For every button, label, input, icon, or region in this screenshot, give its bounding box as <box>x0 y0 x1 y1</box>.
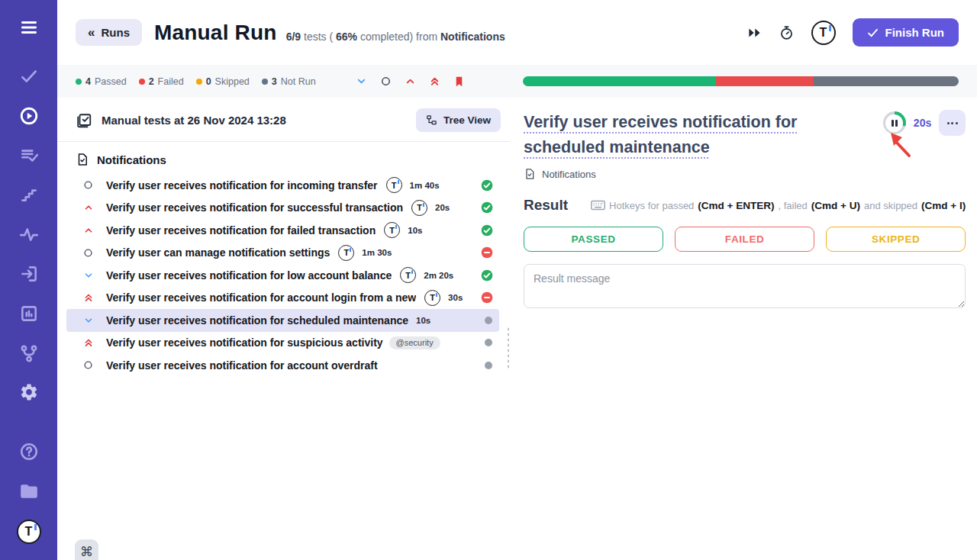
test-duration: 1m 30s <box>362 248 392 257</box>
automated-badge-icon: T <box>384 222 400 238</box>
result-passed-icon <box>481 179 493 191</box>
status-bar: 4Passed 2Failed 0Skipped 3Not Run <box>57 65 977 98</box>
result-message-input[interactable] <box>524 264 966 308</box>
test-row[interactable]: Verify user receives notification for sc… <box>66 309 499 332</box>
pause-timer-button[interactable] <box>883 111 906 134</box>
finish-run-label: Finish Run <box>885 26 945 39</box>
back-to-runs-button[interactable]: « Runs <box>76 19 142 46</box>
automated-badge-icon: T <box>338 245 354 261</box>
settings-gear-icon[interactable] <box>18 381 40 403</box>
main-area: « Runs Manual Run 6/9 tests ( 66% comple… <box>57 0 977 560</box>
passed-button[interactable]: PASSED <box>524 227 663 252</box>
sidebar: T <box>0 0 57 560</box>
run-progress-summary: 6/9 tests ( 66% completed) from Notifica… <box>286 31 505 43</box>
filter-bookmark-icon[interactable] <box>453 76 465 88</box>
folder-icon[interactable] <box>18 481 40 502</box>
priority-highest-icon <box>82 337 94 348</box>
test-duration: 1m 40s <box>410 181 440 190</box>
progress-failed <box>716 76 813 86</box>
test-row[interactable]: Verify user receives notification for in… <box>66 174 499 197</box>
result-notrun-icon <box>484 361 493 370</box>
passed-dot-icon <box>76 79 82 85</box>
test-title: Verify user receives notification for ac… <box>106 359 378 372</box>
test-title: Verify user receives notification for su… <box>106 201 403 214</box>
test-list: Verify user receives notification for in… <box>57 172 510 377</box>
failed-button[interactable]: FAILED <box>675 227 814 252</box>
progress-notrun <box>814 76 959 86</box>
skipped-button[interactable]: SKIPPED <box>826 227 966 252</box>
filter-priority-high-icon[interactable] <box>405 76 416 87</box>
more-options-button[interactable] <box>939 110 966 136</box>
test-duration: 20s <box>435 203 450 212</box>
automated-badge-icon: T <box>386 177 402 193</box>
keyboard-icon <box>591 200 605 211</box>
tests-check-icon[interactable] <box>18 66 40 87</box>
test-title: Verify user receives notification for su… <box>106 336 383 349</box>
test-row[interactable]: Verify user receives notification for su… <box>66 197 499 220</box>
test-row[interactable]: Verify user receives notification for ac… <box>66 354 499 377</box>
test-detail-panel: Verify user receives notification for sc… <box>510 98 977 560</box>
steps-icon[interactable] <box>18 184 40 205</box>
run-session-title: Manual tests at 26 Nov 2024 13:28 <box>102 114 286 127</box>
filter-priority-low-icon[interactable] <box>356 76 367 87</box>
result-passed-icon <box>481 224 493 237</box>
automated-badge-icon: T <box>424 290 440 306</box>
fast-forward-icon[interactable] <box>747 27 762 39</box>
help-icon[interactable] <box>18 441 40 462</box>
filter-priority-highest-icon[interactable] <box>429 76 440 87</box>
analytics-icon[interactable] <box>18 303 40 324</box>
test-duration: 10s <box>408 226 422 235</box>
test-title: Verify user receives notification for fa… <box>106 224 376 237</box>
suite-name: Notifications <box>97 153 166 166</box>
tree-view-label: Tree View <box>443 114 491 126</box>
finish-run-button[interactable]: Finish Run <box>853 18 959 47</box>
tree-icon <box>426 114 437 126</box>
check-icon <box>867 28 879 37</box>
test-row[interactable]: Verify user can manage notification sett… <box>66 242 499 265</box>
detail-breadcrumb[interactable]: Notifications <box>524 168 966 180</box>
runs-play-icon[interactable] <box>18 105 40 127</box>
priority-low-icon <box>82 315 94 326</box>
test-duration: 30s <box>448 293 463 302</box>
stopwatch-icon[interactable] <box>779 24 795 41</box>
test-row[interactable]: Verify user receives notification for fa… <box>66 219 499 242</box>
test-row[interactable]: Verify user receives notification for ac… <box>66 287 499 310</box>
import-signin-icon[interactable] <box>18 263 40 285</box>
app-root: T « Runs Manual Run 6/9 tests ( 66% comp… <box>0 0 977 560</box>
test-row[interactable]: Verify user receives notification for su… <box>66 332 499 355</box>
test-plans-icon[interactable] <box>18 144 40 166</box>
legend-failed: 2Failed <box>139 76 184 87</box>
legend-passed: 4Passed <box>76 76 127 87</box>
test-duration: 10s <box>416 316 430 325</box>
test-detail-title[interactable]: Verify user receives notification for sc… <box>524 110 808 160</box>
automated-badge-icon: T <box>411 200 427 216</box>
annotation-arrow-icon <box>885 130 912 158</box>
test-title: Verify user receives notification for in… <box>106 179 378 191</box>
suite-header[interactable]: Notifications <box>57 146 510 172</box>
hotkeys-hint: Hotkeys for passed (Cmd + ENTER) , faile… <box>591 200 966 211</box>
legend-notrun: 3Not Run <box>262 76 316 87</box>
priority-highest-icon <box>82 292 94 303</box>
divider <box>57 141 510 142</box>
filter-priority-normal-icon[interactable] <box>380 76 392 87</box>
result-failed-icon <box>481 291 493 304</box>
page-title: Manual Run <box>154 21 277 45</box>
pulse-activity-icon[interactable] <box>18 224 40 245</box>
branch-icon[interactable] <box>18 343 40 364</box>
results-legend: 4Passed 2Failed 0Skipped 3Not Run <box>76 76 316 87</box>
test-row[interactable]: Verify user receives notification for lo… <box>66 264 499 287</box>
test-title: Verify user receives notification for lo… <box>106 269 392 282</box>
back-label: Runs <box>101 26 130 39</box>
hamburger-menu-icon[interactable] <box>18 17 40 38</box>
test-list-panel: Manual tests at 26 Nov 2024 13:28 Tree V… <box>57 98 510 560</box>
tree-view-button[interactable]: Tree View <box>416 108 501 132</box>
checklist-icon <box>76 112 92 129</box>
test-duration: 2m 20s <box>424 271 453 280</box>
priority-normal-icon <box>82 180 94 190</box>
completed-percent: 66% <box>336 31 357 43</box>
breadcrumb-doc-icon <box>524 168 536 180</box>
keyboard-shortcuts-button[interactable]: ⌘ <box>75 539 98 560</box>
tests-fraction: 6/9 <box>286 31 301 43</box>
priority-high-icon <box>82 225 94 236</box>
breadcrumb-label: Notifications <box>542 169 596 180</box>
